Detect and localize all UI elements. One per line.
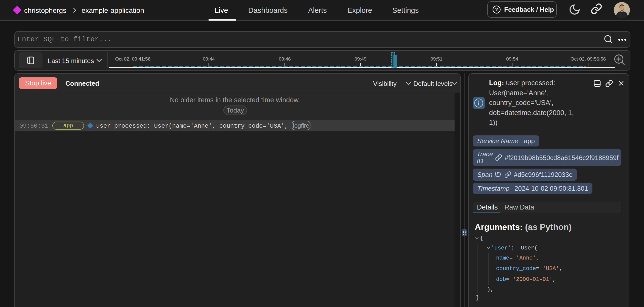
svg-text:?: ? (495, 7, 498, 12)
